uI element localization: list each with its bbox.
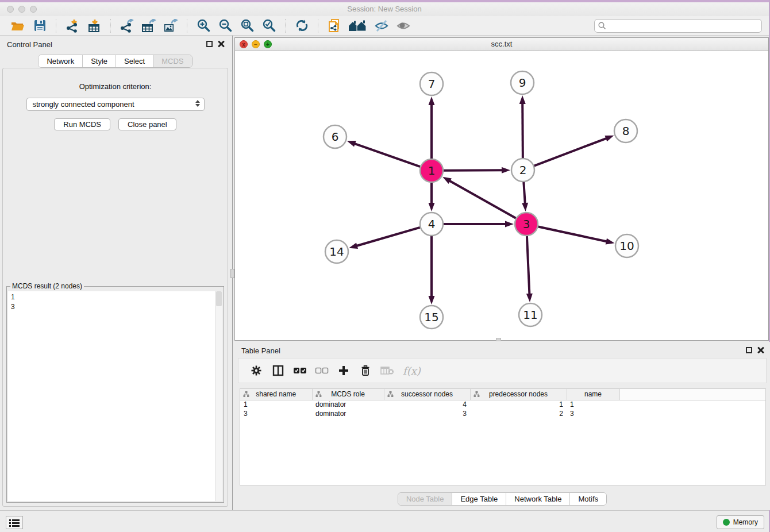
horizontal-splitter-handle[interactable] <box>496 338 501 341</box>
open-session-button[interactable] <box>9 18 26 34</box>
unselect-all-columns-button[interactable] <box>313 361 331 380</box>
zoom-in-button[interactable] <box>195 18 212 34</box>
clone-network-button[interactable] <box>326 18 343 34</box>
toolbar-separator <box>56 19 56 33</box>
select-all-columns-button[interactable] <box>291 361 309 380</box>
table-header-row[interactable]: shared nameMCDS rolesuccessor nodesprede… <box>240 389 765 400</box>
control-panel: Control Panel NetworkStyleSelectMCDS Opt… <box>0 36 230 510</box>
network-canvas[interactable]: 7968124314101511 <box>235 51 768 340</box>
run-mcds-button[interactable]: Run MCDS <box>54 118 110 130</box>
task-history-button[interactable] <box>6 516 23 529</box>
application-window: Session: New Session <box>0 0 770 532</box>
show-details-button[interactable] <box>395 18 412 34</box>
memory-button[interactable]: Memory <box>717 515 764 529</box>
import-network-button[interactable] <box>64 18 81 34</box>
vertical-splitter[interactable] <box>230 36 234 510</box>
graph-edge-arrowhead <box>606 238 615 245</box>
minimize-network-button[interactable]: − <box>252 40 260 48</box>
network-window-controls[interactable]: x − + <box>240 40 272 48</box>
close-panel-button[interactable]: Close panel <box>118 118 176 130</box>
close-table-panel-icon[interactable] <box>757 346 764 353</box>
show-columns-button[interactable] <box>269 361 287 380</box>
memory-status-icon <box>723 519 730 526</box>
zoom-selected-button[interactable] <box>260 18 278 34</box>
table-panel-title: Table Panel <box>241 346 280 355</box>
table-cell[interactable]: dominator <box>312 409 384 418</box>
table-cell[interactable]: 1 <box>240 400 312 409</box>
window-top-edge <box>0 0 769 2</box>
search-box[interactable] <box>594 19 762 33</box>
tab-network[interactable]: Network <box>38 55 83 67</box>
refresh-button[interactable] <box>293 18 310 34</box>
table-cell[interactable]: 3 <box>384 409 470 418</box>
statusbar: Memory <box>0 510 769 532</box>
import-network-icon <box>66 19 79 33</box>
table-cell[interactable]: dominator <box>312 400 384 409</box>
export-network-button[interactable] <box>118 18 136 34</box>
node-table[interactable]: shared nameMCDS rolesuccessor nodesprede… <box>240 388 766 485</box>
minimize-window-button[interactable] <box>18 6 25 13</box>
titlebar: Session: New Session <box>0 2 769 16</box>
table-tab-node-table[interactable]: Node Table <box>398 493 453 505</box>
hide-details-icon <box>374 19 389 33</box>
table-cell[interactable]: 1 <box>567 400 619 409</box>
export-image-button[interactable] <box>162 18 179 34</box>
close-window-button[interactable] <box>7 6 14 13</box>
graph-edge-2-9 <box>522 102 523 158</box>
toolbar-separator <box>110 19 111 33</box>
table-tab-motifs[interactable]: Motifs <box>570 493 606 505</box>
table-tab-network-table[interactable]: Network Table <box>506 493 570 505</box>
graph-edge-3-10 <box>538 226 608 241</box>
table-cell[interactable]: 4 <box>384 400 470 409</box>
export-table-button[interactable] <box>140 18 157 34</box>
window-controls[interactable] <box>7 6 37 13</box>
close-panel-icon[interactable] <box>218 40 225 47</box>
table-cell-empty <box>619 400 765 409</box>
table-cell[interactable]: 1 <box>470 400 567 409</box>
table-tab-edge-table[interactable]: Edge Table <box>452 493 506 505</box>
tab-mcds[interactable]: MCDS <box>153 55 191 67</box>
column-header-successor-nodes[interactable]: successor nodes <box>384 389 470 400</box>
toolbar-separator <box>187 19 187 33</box>
column-header-MCDS-role[interactable]: MCDS role <box>312 389 384 400</box>
import-table-icon <box>87 19 101 33</box>
zoom-in-icon <box>197 19 210 32</box>
mcds-result-fieldset: MCDS result (2 nodes) 1 3 <box>6 282 224 503</box>
delete-column-button[interactable] <box>356 361 375 380</box>
criterion-dropdown[interactable]: strongly connected component <box>26 98 205 111</box>
table-settings-button[interactable] <box>247 361 265 380</box>
result-scrollbar[interactable] <box>215 291 222 501</box>
table-cell[interactable]: 3 <box>567 409 619 418</box>
save-session-button[interactable] <box>31 18 48 34</box>
graph-edge-arrowhead <box>526 294 533 302</box>
mcds-result-textarea[interactable]: 1 3 <box>8 291 222 501</box>
home-layout-button[interactable] <box>348 18 368 34</box>
zoom-window-button[interactable] <box>30 6 37 13</box>
table-cell[interactable]: 3 <box>240 409 312 418</box>
float-table-panel-icon[interactable] <box>746 347 752 353</box>
search-input[interactable] <box>609 22 758 30</box>
network-graph[interactable]: 7968124314101511 <box>235 51 768 341</box>
maximize-network-button[interactable]: + <box>264 40 272 48</box>
add-column-button[interactable] <box>334 361 353 380</box>
zoom-out-button[interactable] <box>217 18 234 34</box>
tab-style[interactable]: Style <box>83 55 116 67</box>
column-header-name[interactable]: name <box>567 389 619 400</box>
tab-select[interactable]: Select <box>116 55 153 67</box>
float-panel-icon[interactable] <box>206 41 213 47</box>
close-network-button[interactable]: x <box>240 40 248 48</box>
zoom-fit-button[interactable] <box>238 18 256 34</box>
graph-edge-2-8 <box>534 138 608 165</box>
network-window-titlebar: x − + scc.txt <box>235 38 768 51</box>
graph-edge-arrowhead <box>442 177 452 184</box>
import-table-button[interactable] <box>86 18 103 34</box>
hide-details-button[interactable] <box>373 18 390 34</box>
table-row[interactable]: 3dominator323 <box>240 409 765 418</box>
column-header-shared-name[interactable]: shared name <box>240 389 312 400</box>
column-header-predecessor-nodes[interactable]: predecessor nodes <box>470 389 567 400</box>
table-cell[interactable]: 2 <box>470 409 567 418</box>
table-row[interactable]: 1dominator411 <box>240 400 765 409</box>
mcds-result-lines: 1 3 <box>8 291 222 313</box>
column-type-icon <box>473 391 480 398</box>
graph-node-label-15: 15 <box>424 310 438 324</box>
